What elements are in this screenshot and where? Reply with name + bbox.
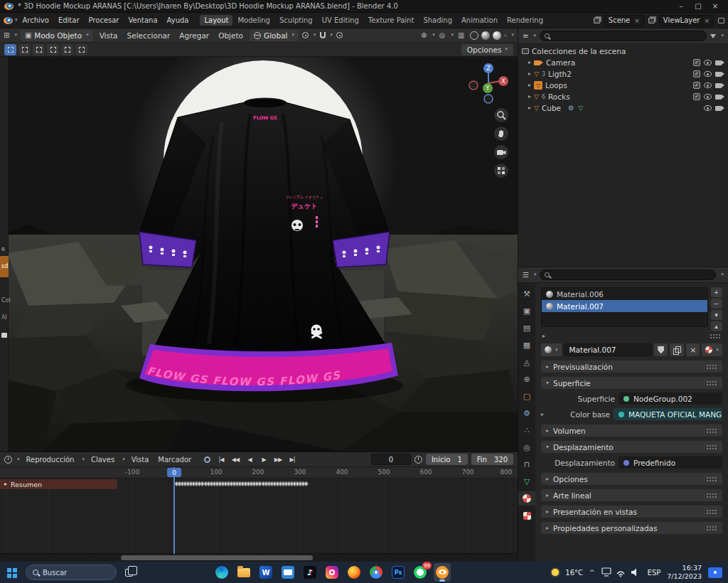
- select-mode-extend-button[interactable]: [18, 44, 31, 55]
- menu-ayuda[interactable]: Ayuda: [163, 15, 193, 26]
- workspace-tab-rendering[interactable]: Rendering: [503, 15, 547, 26]
- drag-dots-icon[interactable]: [706, 525, 717, 531]
- workspace-tab-shading[interactable]: Shading: [419, 15, 456, 26]
- outliner-row-rocks[interactable]: ▸ ▽ 6 Rocks ✓: [518, 91, 728, 102]
- drag-dots-icon[interactable]: [706, 444, 717, 450]
- tab-view-layer[interactable]: ▦: [518, 338, 535, 352]
- jump-to-start-button[interactable]: |◀: [215, 454, 228, 465]
- tray-status-icons[interactable]: [601, 567, 641, 577]
- menu-vista-timeline[interactable]: Vista: [129, 455, 152, 464]
- menu-objeto[interactable]: Objeto: [215, 31, 246, 41]
- start-frame-field[interactable]: Inicio 1: [426, 454, 468, 465]
- task-view-button[interactable]: [125, 569, 133, 577]
- remove-viewlayer-icon[interactable]: ×: [704, 17, 710, 24]
- tab-tool[interactable]: ⚒: [518, 287, 535, 301]
- checkbox-icon[interactable]: ✓: [693, 70, 700, 77]
- outliner-row-loops[interactable]: ▸ ▽ Loops ✓: [518, 80, 728, 91]
- drag-dots-icon[interactable]: [706, 380, 717, 386]
- material-slot-selected[interactable]: Material.007: [542, 300, 707, 312]
- chrome-app-button[interactable]: [368, 563, 385, 582]
- expand-icon[interactable]: ▸: [528, 94, 531, 100]
- tab-texture[interactable]: [518, 508, 535, 523]
- select-mode-intersect-button[interactable]: [61, 44, 73, 55]
- render-visibility-icon[interactable]: [715, 106, 722, 111]
- eye-visibility-icon[interactable]: [704, 105, 712, 111]
- checkbox-icon[interactable]: ✓: [693, 93, 700, 100]
- edge-app-button[interactable]: [213, 563, 230, 582]
- notification-badge[interactable]: [708, 567, 722, 578]
- material-preview-icon[interactable]: [493, 31, 501, 40]
- expand-icon[interactable]: ▸: [528, 105, 531, 111]
- weather-temperature[interactable]: 16°C: [565, 569, 583, 577]
- expand-icon[interactable]: ▸: [4, 481, 7, 487]
- next-keyframe-button[interactable]: ▶▶: [272, 454, 284, 465]
- surface-shader-button[interactable]: NodeGroup.002: [619, 392, 722, 405]
- select-mode-invert-button[interactable]: [47, 44, 59, 55]
- eye-visibility-icon[interactable]: [704, 82, 712, 88]
- select-tool-button[interactable]: [75, 44, 87, 55]
- instagram-app-button[interactable]: [323, 563, 341, 582]
- scene-collection-row[interactable]: Colecciones de la escena: [518, 46, 728, 57]
- menu-seleccionar[interactable]: Seleccionar: [124, 31, 173, 41]
- auto-keyframe-icon[interactable]: [204, 456, 210, 463]
- remove-slot-button[interactable]: −: [711, 299, 722, 309]
- tab-scene[interactable]: ◬: [518, 355, 535, 369]
- panel-desplazamiento[interactable]: ▾ Desplazamiento: [541, 441, 722, 453]
- whatsapp-app-button[interactable]: 99: [412, 563, 429, 582]
- tab-output[interactable]: ▤: [518, 321, 535, 335]
- hidden-icons-chevron[interactable]: ^: [589, 569, 595, 576]
- solid-shading-icon[interactable]: [481, 31, 490, 40]
- move-slot-up-button[interactable]: ▴: [711, 321, 722, 331]
- clock-block[interactable]: 16:37 7/12/2023: [667, 564, 702, 581]
- menu-vista[interactable]: Vista: [97, 31, 121, 41]
- tab-physics[interactable]: ◎: [518, 440, 535, 454]
- outliner-row-ligth2[interactable]: ▸ ▽ 3 Ligth2 ✓: [518, 68, 728, 80]
- options-button[interactable]: Opciones ▾: [461, 44, 513, 55]
- wireframe-shading-icon[interactable]: [470, 31, 478, 40]
- playhead-line[interactable]: [173, 467, 175, 554]
- workspace-tab-texture-paint[interactable]: Texture Paint: [364, 15, 419, 26]
- add-slot-button[interactable]: +: [711, 287, 722, 297]
- timeline-editor-icon[interactable]: [4, 456, 12, 464]
- transform-orientation-selector[interactable]: Global ▾: [250, 30, 299, 41]
- blender-app-menu-icon[interactable]: [4, 17, 13, 24]
- tiktok-app-button[interactable]: [301, 563, 318, 582]
- jump-to-end-button[interactable]: ▶|: [286, 454, 299, 465]
- panel-superficie[interactable]: ▾ Superficie: [541, 377, 722, 389]
- menu-editar[interactable]: Editar: [54, 15, 84, 26]
- menu-claves[interactable]: Claves: [88, 455, 117, 464]
- eye-visibility-icon[interactable]: [704, 94, 712, 100]
- tab-particles[interactable]: ∴: [518, 423, 535, 437]
- gizmo-neg-x-axis[interactable]: [469, 81, 478, 90]
- close-button[interactable]: ×: [707, 0, 724, 13]
- maximize-button[interactable]: □: [690, 0, 707, 13]
- region-drag-handle[interactable]: [710, 333, 721, 339]
- summary-channel-row[interactable]: ▸ Resumen: [0, 479, 117, 489]
- panel-propiedades-personalizadas[interactable]: ▸ Propiedades personalizadas: [541, 522, 722, 534]
- snap-magnet-icon[interactable]: [320, 32, 326, 38]
- scene-selector[interactable]: Scene ×: [604, 15, 644, 26]
- expand-icon[interactable]: ▸: [528, 60, 531, 65]
- start-button[interactable]: [7, 568, 11, 572]
- unlink-material-button[interactable]: ×: [686, 343, 700, 356]
- browse-material-button[interactable]: ▾: [541, 343, 562, 356]
- editor-type-icon[interactable]: ⊞: [4, 32, 9, 39]
- play-reverse-button[interactable]: ◀: [243, 454, 256, 465]
- tab-material[interactable]: [518, 491, 535, 506]
- panel-presentacion-en-vistas[interactable]: ▸ Presentación en vistas: [541, 506, 722, 518]
- panel-volumen[interactable]: ▸ Volumen: [541, 424, 722, 437]
- play-button[interactable]: ▶: [257, 454, 270, 465]
- current-frame-field[interactable]: 0: [371, 454, 411, 465]
- expand-icon[interactable]: ▸: [528, 71, 531, 77]
- material-slot[interactable]: Material.006: [542, 288, 707, 300]
- prev-keyframe-button[interactable]: ◀◀: [229, 454, 242, 465]
- render-visibility-icon[interactable]: [715, 95, 722, 100]
- drag-dots-icon[interactable]: [706, 493, 717, 498]
- tab-object-data[interactable]: ▽: [518, 474, 535, 488]
- word-app-button[interactable]: [257, 563, 274, 582]
- workspace-tab-modeling[interactable]: Modeling: [233, 15, 274, 26]
- viewlayer-selector[interactable]: ViewLayer ×: [659, 15, 714, 26]
- menu-archivo[interactable]: Archivo: [18, 15, 53, 26]
- proportional-edit-icon[interactable]: [336, 32, 343, 38]
- scrollbar-thumb[interactable]: [121, 555, 313, 560]
